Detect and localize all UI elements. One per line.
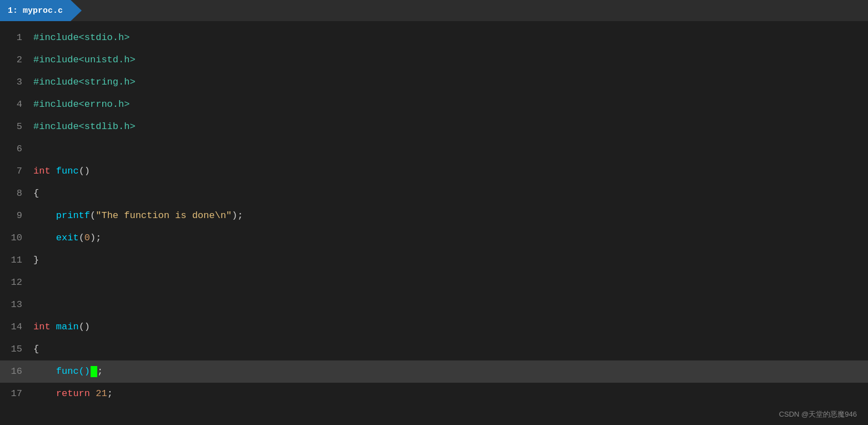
code-line: 6: [0, 138, 868, 160]
line-number: 6: [6, 138, 33, 160]
line-number: 5: [6, 116, 33, 138]
code-line: 15{: [0, 338, 868, 360]
line-content: return 21;: [33, 383, 113, 405]
active-tab[interactable]: 1: myproc.c: [0, 0, 71, 21]
code-line: 2#include<unistd.h>: [0, 49, 868, 71]
line-number: 15: [6, 338, 33, 360]
tab-bar: 1: myproc.c: [0, 0, 868, 21]
token: main: [56, 322, 79, 332]
code-line: 11}: [0, 249, 868, 271]
code-area: 1#include<stdio.h>2#include<unistd.h>3#i…: [0, 21, 868, 425]
token: func(): [56, 366, 90, 377]
code-line: 3#include<string.h>: [0, 71, 868, 93]
code-line: 4#include<errno.h>: [0, 93, 868, 116]
line-content: exit(0);: [33, 227, 101, 249]
line-number: 9: [6, 205, 33, 227]
line-content: #include<unistd.h>: [33, 49, 136, 71]
token: [51, 322, 56, 332]
code-line: 1#include<stdio.h>: [0, 27, 868, 49]
code-line: 16 func();: [0, 360, 868, 383]
token: #include<stdlib.h>: [33, 121, 136, 132]
token: );: [232, 210, 243, 221]
code-line: 9 printf("The function is done\n");: [0, 205, 868, 227]
token: (): [79, 166, 90, 176]
token: [33, 210, 56, 221]
token: [51, 166, 56, 176]
token: #include<string.h>: [33, 77, 136, 87]
token: #include<errno.h>: [33, 99, 129, 110]
code-line: 14int main(): [0, 316, 868, 338]
line-number: 12: [6, 271, 33, 294]
code-line: 17 return 21;: [0, 383, 868, 405]
token: (): [79, 322, 90, 332]
line-content: }: [33, 249, 39, 271]
tab-arrow-decoration: [71, 0, 82, 21]
token: {: [33, 344, 39, 354]
code-line: 10 exit(0);: [0, 227, 868, 249]
token: (: [90, 210, 96, 221]
token: 0: [84, 233, 90, 243]
token: func: [56, 166, 79, 176]
token: );: [90, 233, 101, 243]
line-number: 11: [6, 249, 33, 271]
line-number: 8: [6, 182, 33, 205]
line-number: 7: [6, 160, 33, 182]
token: [90, 388, 96, 399]
code-line: 5#include<stdlib.h>: [0, 116, 868, 138]
token: [33, 233, 56, 243]
token: #include<unistd.h>: [33, 55, 136, 65]
token: }: [33, 255, 39, 265]
tab-label: 1: myproc.c: [8, 6, 63, 16]
token: printf: [56, 210, 90, 221]
token: {: [33, 188, 39, 199]
line-content: printf("The function is done\n");: [33, 205, 243, 227]
token: return: [56, 388, 90, 399]
token: [33, 366, 56, 377]
line-content: #include<stdio.h>: [33, 27, 129, 49]
cursor: [91, 366, 97, 377]
line-number: 2: [6, 49, 33, 71]
token: "The function is done\n": [96, 210, 232, 221]
watermark: CSDN @天堂的恶魔946: [779, 409, 857, 419]
editor-container: 1: myproc.c 1#include<stdio.h>2#include<…: [0, 0, 868, 425]
line-content: #include<stdlib.h>: [33, 116, 136, 138]
token: ;: [107, 388, 113, 399]
line-number: 14: [6, 316, 33, 338]
line-content: int main(): [33, 316, 90, 338]
token: exit: [56, 233, 79, 243]
token: int: [33, 322, 51, 332]
line-number: 4: [6, 93, 33, 116]
token: int: [33, 166, 51, 176]
line-number: 3: [6, 71, 33, 93]
code-line: 12: [0, 271, 868, 294]
line-content: {: [33, 338, 39, 360]
token: [33, 388, 56, 399]
line-content: #include<string.h>: [33, 71, 136, 93]
code-line: 13: [0, 294, 868, 316]
token: ;: [97, 366, 103, 377]
tab-wrapper: 1: myproc.c: [0, 0, 82, 21]
line-number: 13: [6, 294, 33, 316]
line-number: 16: [6, 360, 33, 383]
line-content: #include<errno.h>: [33, 93, 129, 116]
line-content: {: [33, 182, 39, 205]
line-number: 1: [6, 27, 33, 49]
token: #include<stdio.h>: [33, 32, 129, 43]
token: (: [79, 233, 84, 243]
code-line: 8{: [0, 182, 868, 205]
line-number: 17: [6, 383, 33, 405]
line-content: int func(): [33, 160, 90, 182]
token: 21: [96, 388, 107, 399]
line-number: 10: [6, 227, 33, 249]
line-content: func();: [33, 360, 103, 383]
code-line: 7int func(): [0, 160, 868, 182]
